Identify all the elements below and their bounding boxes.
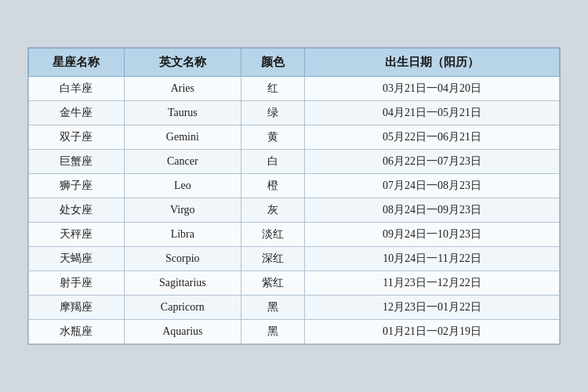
table-row: 双子座Gemini黄05月22日一06月21日 <box>29 125 560 150</box>
cell-date: 06月22日一07月23日 <box>305 150 560 174</box>
header-date: 出生日期（阳历） <box>305 49 560 77</box>
cell-en: Gemini <box>124 125 241 150</box>
cell-date: 08月24日一09月23日 <box>305 198 560 223</box>
cell-zh: 摩羯座 <box>29 296 125 320</box>
cell-en: Virgo <box>124 198 241 223</box>
cell-zh: 狮子座 <box>29 174 125 198</box>
cell-color: 深红 <box>241 247 304 271</box>
cell-color: 黄 <box>241 125 304 150</box>
cell-date: 12月23日一01月22日 <box>305 296 560 320</box>
cell-en: Cancer <box>124 150 241 174</box>
cell-en: Sagittarius <box>124 271 241 296</box>
header-en: 英文名称 <box>124 49 241 77</box>
table-row: 处女座Virgo灰08月24日一09月23日 <box>29 198 560 223</box>
cell-en: Aries <box>124 77 241 101</box>
cell-date: 07月24日一08月23日 <box>305 174 560 198</box>
cell-en: Taurus <box>124 101 241 125</box>
cell-zh: 天秤座 <box>29 223 125 247</box>
cell-zh: 处女座 <box>29 198 125 223</box>
table-row: 水瓶座Aquarius黑01月21日一02月19日 <box>29 320 560 344</box>
cell-color: 红 <box>241 77 304 101</box>
cell-date: 04月21日一05月21日 <box>305 101 560 125</box>
header-zh: 星座名称 <box>29 49 125 77</box>
cell-en: Leo <box>124 174 241 198</box>
cell-color: 紫红 <box>241 271 304 296</box>
table-row: 狮子座Leo橙07月24日一08月23日 <box>29 174 560 198</box>
table-row: 金牛座Taurus绿04月21日一05月21日 <box>29 101 560 125</box>
cell-color: 黑 <box>241 320 304 344</box>
cell-zh: 金牛座 <box>29 101 125 125</box>
cell-date: 11月23日一12月22日 <box>305 271 560 296</box>
cell-date: 09月24日一10月23日 <box>305 223 560 247</box>
cell-date: 10月24日一11月22日 <box>305 247 560 271</box>
table-row: 射手座Sagittarius紫红11月23日一12月22日 <box>29 271 560 296</box>
table-row: 摩羯座Capricorn黑12月23日一01月22日 <box>29 296 560 320</box>
cell-color: 灰 <box>241 198 304 223</box>
cell-en: Libra <box>124 223 241 247</box>
header-color: 颜色 <box>241 49 304 77</box>
cell-en: Scorpio <box>124 247 241 271</box>
cell-color: 绿 <box>241 101 304 125</box>
cell-zh: 双子座 <box>29 125 125 150</box>
cell-en: Capricorn <box>124 296 241 320</box>
table-row: 白羊座Aries红03月21日一04月20日 <box>29 77 560 101</box>
cell-en: Aquarius <box>124 320 241 344</box>
cell-zh: 白羊座 <box>29 77 125 101</box>
cell-zh: 水瓶座 <box>29 320 125 344</box>
zodiac-table: 星座名称 英文名称 颜色 出生日期（阳历） 白羊座Aries红03月21日一04… <box>28 48 560 344</box>
table-row: 天蝎座Scorpio深红10月24日一11月22日 <box>29 247 560 271</box>
cell-color: 白 <box>241 150 304 174</box>
zodiac-table-container: 星座名称 英文名称 颜色 出生日期（阳历） 白羊座Aries红03月21日一04… <box>27 47 561 345</box>
cell-zh: 射手座 <box>29 271 125 296</box>
cell-date: 01月21日一02月19日 <box>305 320 560 344</box>
cell-color: 黑 <box>241 296 304 320</box>
cell-zh: 巨蟹座 <box>29 150 125 174</box>
table-row: 巨蟹座Cancer白06月22日一07月23日 <box>29 150 560 174</box>
cell-date: 05月22日一06月21日 <box>305 125 560 150</box>
cell-zh: 天蝎座 <box>29 247 125 271</box>
table-header-row: 星座名称 英文名称 颜色 出生日期（阳历） <box>29 49 560 77</box>
cell-color: 淡红 <box>241 223 304 247</box>
table-row: 天秤座Libra淡红09月24日一10月23日 <box>29 223 560 247</box>
cell-date: 03月21日一04月20日 <box>305 77 560 101</box>
cell-color: 橙 <box>241 174 304 198</box>
